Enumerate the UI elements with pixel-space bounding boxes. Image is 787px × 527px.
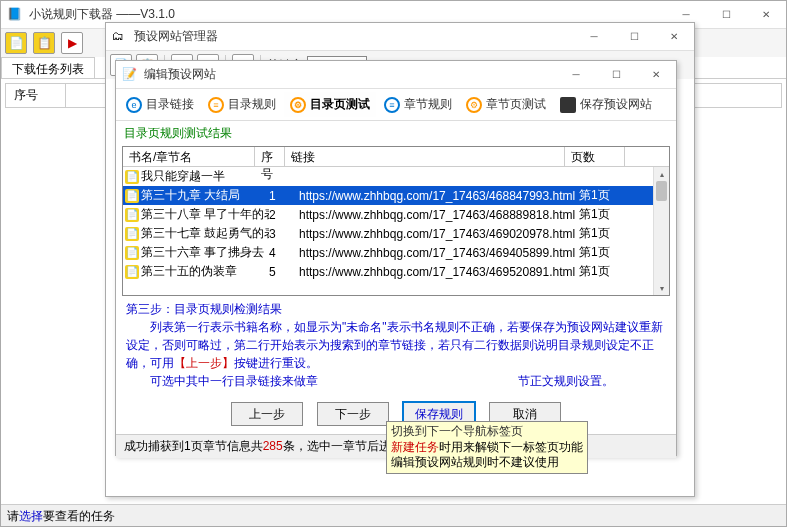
- cell-link: https://www.zhhbqg.com/17_17463/46940589…: [299, 246, 579, 260]
- cell-link: https://www.zhhbqg.com/17_17463/46888981…: [299, 208, 579, 222]
- tab-directory-test[interactable]: ⚙目录页测试: [284, 92, 376, 117]
- rule-icon: ≡: [208, 97, 224, 113]
- editor-minimize-button[interactable]: ─: [556, 61, 596, 89]
- tooltip-line3: 编辑预设网站规则时不建议使用: [391, 455, 583, 471]
- table-row[interactable]: 📄第三十七章 鼓起勇气的表白3https://www.zhhbqg.com/17…: [123, 224, 669, 243]
- row-icon: 📄: [125, 170, 139, 184]
- manager-titlebar: 🗂 预设网站管理器 ─ ☐ ✕: [106, 23, 694, 51]
- tab-directory-rule[interactable]: ≡目录规则: [202, 92, 282, 117]
- toolbar-play-icon[interactable]: ▶: [61, 32, 83, 54]
- cell-name: 第三十九章 大结局: [141, 187, 269, 204]
- th-name[interactable]: 书名/章节名: [123, 147, 255, 166]
- toolbar-icon-2[interactable]: 📋: [33, 32, 55, 54]
- tooltip-line1: 切换到下一个导航标签页: [391, 424, 583, 440]
- th-link[interactable]: 链接: [285, 147, 565, 166]
- cell-page: 第1页: [579, 225, 629, 242]
- cell-page: 第1页: [579, 263, 629, 280]
- vertical-scrollbar[interactable]: ▴ ▾: [653, 167, 669, 295]
- prev-button[interactable]: 上一步: [231, 402, 303, 426]
- cell-seq: 5: [269, 265, 299, 279]
- cell-page: 第1页: [579, 244, 629, 261]
- step3-p2: 可选中其中一行目录链接来做章__________________________…: [126, 372, 666, 390]
- table-row[interactable]: 📄第三十五的伪装章5https://www.zhhbqg.com/17_1746…: [123, 262, 669, 281]
- next-button[interactable]: 下一步: [317, 402, 389, 426]
- row-icon: 📄: [125, 189, 139, 203]
- tab-chapter-rule[interactable]: ≡章节规则: [378, 92, 458, 117]
- cell-link: https://www.zhhbqg.com/17_17463/46902097…: [299, 227, 579, 241]
- table-row[interactable]: 📄第三十八章 早了十年的表白2https://www.zhhbqg.com/17…: [123, 205, 669, 224]
- row-icon: 📄: [125, 227, 139, 241]
- main-statusbar: 请选择要查看的任务: [1, 504, 786, 526]
- cell-seq: 3: [269, 227, 299, 241]
- col-seq: 序号: [6, 84, 66, 107]
- row-icon: 📄: [125, 246, 139, 260]
- editor-maximize-button[interactable]: ☐: [596, 61, 636, 89]
- cell-name: 第三十八章 早了十年的表白: [141, 206, 269, 223]
- table-row[interactable]: 📄我只能穿越一半: [123, 167, 669, 186]
- row-icon: 📄: [125, 265, 139, 279]
- tab-save-preset[interactable]: 保存预设网站: [554, 92, 658, 117]
- th-page[interactable]: 页数: [565, 147, 625, 166]
- scroll-thumb[interactable]: [656, 181, 667, 201]
- table-header: 书名/章节名 序号 链接 页数: [123, 147, 669, 167]
- tooltip: 切换到下一个导航标签页 新建任务时用来解锁下一标签页功能 编辑预设网站规则时不建…: [386, 421, 588, 474]
- editor-title: 编辑预设网站: [144, 66, 556, 83]
- cell-name: 第三十七章 鼓起勇气的表白: [141, 225, 269, 242]
- cell-name: 第三十五的伪装章: [141, 263, 269, 280]
- app-icon: 📘: [7, 7, 23, 23]
- editor-window: 📝 编辑预设网站 ─ ☐ ✕ e目录链接 ≡目录规则 ⚙目录页测试 ≡章节规则 …: [115, 60, 677, 456]
- tab-directory-link[interactable]: e目录链接: [120, 92, 200, 117]
- maximize-button[interactable]: ☐: [706, 1, 746, 29]
- step3-p1: 列表第一行表示书籍名称，如显示为"未命名"表示书名规则不正确，若要保存为预设网站…: [126, 318, 666, 372]
- manager-icon: 🗂: [112, 29, 128, 45]
- scroll-down-icon[interactable]: ▾: [654, 281, 669, 295]
- tab-chapter-test[interactable]: ⚙章节页测试: [460, 92, 552, 117]
- editor-tabs: e目录链接 ≡目录规则 ⚙目录页测试 ≡章节规则 ⚙章节页测试 保存预设网站: [116, 89, 676, 121]
- section-title: 目录页规则测试结果: [116, 121, 676, 146]
- cell-seq: 1: [269, 189, 299, 203]
- close-button[interactable]: ✕: [746, 1, 786, 29]
- scroll-up-icon[interactable]: ▴: [654, 167, 669, 181]
- table-body: 📄我只能穿越一半📄第三十九章 大结局1https://www.zhhbqg.co…: [123, 167, 669, 295]
- step3-text: 第三步：目录页规则检测结果 列表第一行表示书籍名称，如显示为"未命名"表示书名规…: [116, 296, 676, 394]
- tab-download-tasks[interactable]: 下载任务列表: [1, 57, 95, 78]
- cell-page: 第1页: [579, 187, 629, 204]
- cell-link: https://www.zhhbqg.com/17_17463/46884799…: [299, 189, 579, 203]
- cell-name: 我只能穿越一半: [141, 168, 269, 185]
- cell-page: 第1页: [579, 206, 629, 223]
- manager-maximize-button[interactable]: ☐: [614, 23, 654, 51]
- manager-title: 预设网站管理器: [134, 28, 574, 45]
- cell-seq: 2: [269, 208, 299, 222]
- cell-link: https://www.zhhbqg.com/17_17463/46952089…: [299, 265, 579, 279]
- result-table: 书名/章节名 序号 链接 页数 📄我只能穿越一半📄第三十九章 大结局1https…: [122, 146, 670, 296]
- th-seq[interactable]: 序号: [255, 147, 285, 166]
- editor-icon: 📝: [122, 67, 138, 83]
- tooltip-line2: 新建任务时用来解锁下一标签页功能: [391, 440, 583, 456]
- manager-minimize-button[interactable]: ─: [574, 23, 614, 51]
- editor-close-button[interactable]: ✕: [636, 61, 676, 89]
- manager-close-button[interactable]: ✕: [654, 23, 694, 51]
- table-row[interactable]: 📄第三十九章 大结局1https://www.zhhbqg.com/17_174…: [123, 186, 669, 205]
- row-icon: 📄: [125, 208, 139, 222]
- cell-seq: 4: [269, 246, 299, 260]
- step3-heading: 第三步：目录页规则检测结果: [126, 300, 666, 318]
- toolbar-icon-1[interactable]: 📄: [5, 32, 27, 54]
- main-title: 小说规则下载器 ——V3.1.0: [29, 6, 666, 23]
- gear-icon: ⚙: [290, 97, 306, 113]
- save-icon: [560, 97, 576, 113]
- chapter-icon: ≡: [384, 97, 400, 113]
- cell-name: 第三十六章 事了拂身去: [141, 244, 269, 261]
- globe-icon: e: [126, 97, 142, 113]
- gear-icon: ⚙: [466, 97, 482, 113]
- table-row[interactable]: 📄第三十六章 事了拂身去4https://www.zhhbqg.com/17_1…: [123, 243, 669, 262]
- editor-titlebar: 📝 编辑预设网站 ─ ☐ ✕: [116, 61, 676, 89]
